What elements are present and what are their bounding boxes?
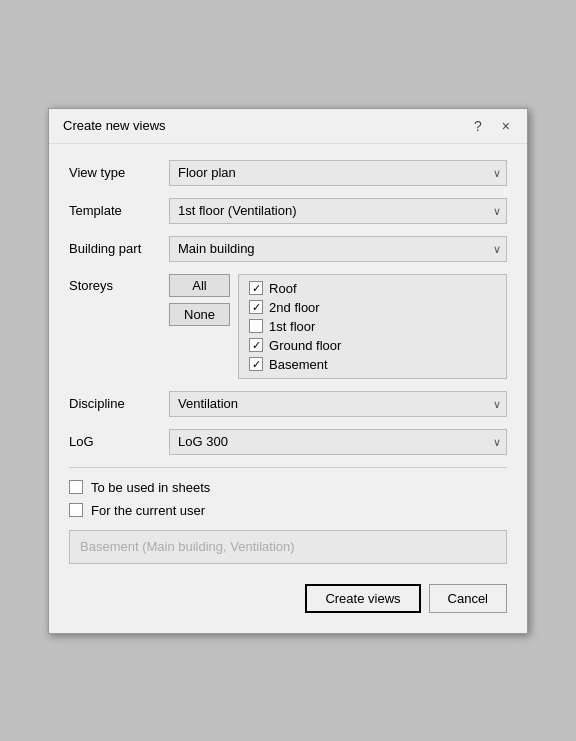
- storey-label: Roof: [269, 281, 296, 296]
- log-select-wrapper: LoG 300: [169, 429, 507, 455]
- template-select-wrapper: 1st floor (Ventilation): [169, 198, 507, 224]
- discipline-select-wrapper: Ventilation: [169, 391, 507, 417]
- storey-checkbox[interactable]: [249, 281, 263, 295]
- storeys-label: Storeys: [69, 274, 169, 293]
- storey-item[interactable]: 1st floor: [249, 319, 496, 334]
- storey-label: Ground floor: [269, 338, 341, 353]
- building-part-label: Building part: [69, 241, 169, 256]
- dialog: Create new views ? × View type Floor pla…: [48, 108, 528, 634]
- storey-label: 1st floor: [269, 319, 315, 334]
- sheets-label: To be used in sheets: [91, 480, 210, 495]
- create-views-button[interactable]: Create views: [305, 584, 420, 613]
- view-type-label: View type: [69, 165, 169, 180]
- storey-checkbox[interactable]: [249, 338, 263, 352]
- storeys-row: Storeys All None Roof2nd floor1st floorG…: [69, 274, 507, 379]
- title-bar: Create new views ? ×: [49, 109, 527, 144]
- storey-label: 2nd floor: [269, 300, 320, 315]
- preview-area: Basement (Main building, Ventilation): [69, 530, 507, 564]
- storey-checkbox[interactable]: [249, 319, 263, 333]
- sheets-row[interactable]: To be used in sheets: [69, 480, 507, 495]
- log-label: LoG: [69, 434, 169, 449]
- preview-text: Basement (Main building, Ventilation): [80, 539, 295, 554]
- current-user-row[interactable]: For the current user: [69, 503, 507, 518]
- dialog-title: Create new views: [63, 118, 166, 133]
- close-button[interactable]: ×: [497, 117, 515, 135]
- building-part-select[interactable]: Main building: [169, 236, 507, 262]
- view-type-select-wrapper: Floor plan: [169, 160, 507, 186]
- view-type-select[interactable]: Floor plan: [169, 160, 507, 186]
- sheets-checkbox[interactable]: [69, 480, 83, 494]
- storey-checkbox[interactable]: [249, 357, 263, 371]
- none-button[interactable]: None: [169, 303, 230, 326]
- storeys-list: Roof2nd floor1st floorGround floorBaseme…: [238, 274, 507, 379]
- discipline-select[interactable]: Ventilation: [169, 391, 507, 417]
- storey-item[interactable]: Basement: [249, 357, 496, 372]
- discipline-label: Discipline: [69, 396, 169, 411]
- storey-item[interactable]: 2nd floor: [249, 300, 496, 315]
- help-button[interactable]: ?: [469, 117, 487, 135]
- log-row: LoG LoG 300: [69, 429, 507, 455]
- title-bar-controls: ? ×: [469, 117, 515, 135]
- building-part-row: Building part Main building: [69, 236, 507, 262]
- cancel-button[interactable]: Cancel: [429, 584, 507, 613]
- log-select[interactable]: LoG 300: [169, 429, 507, 455]
- building-part-select-wrapper: Main building: [169, 236, 507, 262]
- all-button[interactable]: All: [169, 274, 230, 297]
- template-row: Template 1st floor (Ventilation): [69, 198, 507, 224]
- dialog-content: View type Floor plan Template 1st floor …: [49, 144, 527, 633]
- template-select[interactable]: 1st floor (Ventilation): [169, 198, 507, 224]
- storey-label: Basement: [269, 357, 328, 372]
- storey-item[interactable]: Roof: [249, 281, 496, 296]
- storey-item[interactable]: Ground floor: [249, 338, 496, 353]
- footer: Create views Cancel: [69, 580, 507, 617]
- discipline-row: Discipline Ventilation: [69, 391, 507, 417]
- divider1: [69, 467, 507, 468]
- current-user-checkbox[interactable]: [69, 503, 83, 517]
- storeys-buttons: All None: [169, 274, 230, 326]
- current-user-label: For the current user: [91, 503, 205, 518]
- template-label: Template: [69, 203, 169, 218]
- storey-checkbox[interactable]: [249, 300, 263, 314]
- view-type-row: View type Floor plan: [69, 160, 507, 186]
